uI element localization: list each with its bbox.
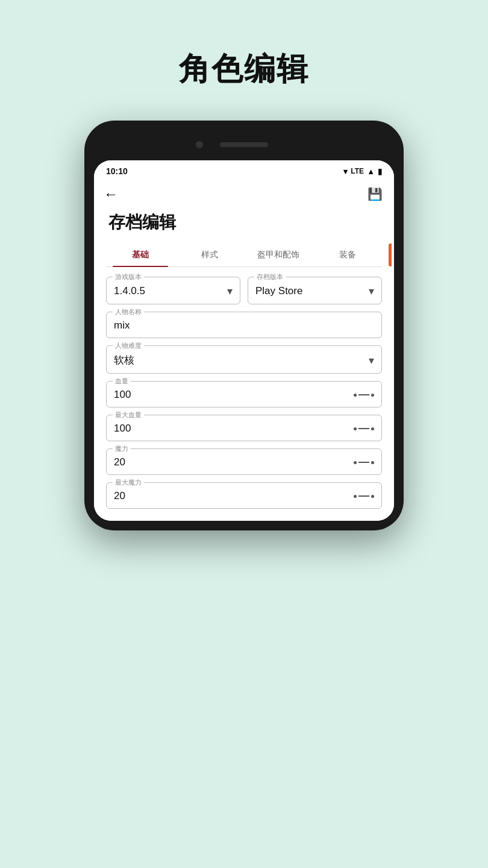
save-version-label: 存档版本 xyxy=(254,272,286,281)
max-hp-label: 最大血量 xyxy=(113,410,144,420)
mp-field[interactable]: 魔力 20 xyxy=(106,448,382,475)
back-button[interactable]: ← xyxy=(104,186,118,203)
difficulty-dropdown-icon: ▾ xyxy=(369,354,374,367)
status-bar: 10:10 ▾ LTE ▲ ▮ xyxy=(94,160,394,180)
difficulty-label: 人物难度 xyxy=(113,341,144,350)
mp-label: 魔力 xyxy=(113,444,131,453)
mp-stepper[interactable] xyxy=(354,461,374,464)
app-bar: ← 💾 xyxy=(94,180,394,211)
max-hp-field[interactable]: 最大血量 100 xyxy=(106,415,382,441)
max-hp-stepper[interactable] xyxy=(354,427,374,430)
character-name-field[interactable]: 人物名称 mix xyxy=(106,312,382,338)
save-version-dropdown-icon: ▾ xyxy=(369,285,374,298)
game-version-field[interactable]: 游戏版本 1.4.0.5 ▾ xyxy=(106,277,240,304)
phone-notch xyxy=(94,130,394,159)
hp-field[interactable]: 血量 100 xyxy=(106,381,382,407)
max-mp-stepper[interactable] xyxy=(354,495,374,498)
difficulty-value: 软核 ▾ xyxy=(114,353,374,367)
tabs-row: 基础 样式 盔甲和配饰 装备 xyxy=(106,244,382,267)
battery-icon: ▮ xyxy=(378,167,382,176)
camera-dot xyxy=(196,141,203,148)
wifi-icon: ▾ xyxy=(343,167,348,176)
orange-bar xyxy=(389,244,392,266)
section-title: 存档编辑 xyxy=(106,211,382,234)
game-version-value: 1.4.0.5 ▾ xyxy=(114,285,233,298)
mp-value: 20 xyxy=(114,456,374,468)
save-version-field[interactable]: 存档版本 Play Store ▾ xyxy=(248,277,382,304)
max-mp-label: 最大魔力 xyxy=(113,478,144,487)
fields-area: 游戏版本 1.4.0.5 ▾ 存档版本 Play Store ▾ xyxy=(106,277,382,509)
content-area: 存档编辑 基础 样式 盔甲和配饰 装备 游戏版本 xyxy=(94,211,394,521)
save-version-value: Play Store ▾ xyxy=(255,285,374,298)
character-name-value: mix xyxy=(114,319,374,332)
page-title: 角色编辑 xyxy=(179,48,309,90)
tab-basic[interactable]: 基础 xyxy=(106,244,175,266)
hp-label: 血量 xyxy=(113,377,131,386)
tab-style[interactable]: 样式 xyxy=(175,244,245,266)
game-version-dropdown-icon: ▾ xyxy=(227,285,233,298)
game-version-label: 游戏版本 xyxy=(113,272,144,281)
phone-frame: 10:10 ▾ LTE ▲ ▮ ← 💾 存档编辑 基础 样式 xyxy=(84,121,404,530)
signal-icon: ▲ xyxy=(367,167,375,176)
status-time: 10:10 xyxy=(106,166,128,176)
character-name-label: 人物名称 xyxy=(113,307,144,316)
tab-equipment[interactable]: 装备 xyxy=(313,244,383,266)
phone-wrapper: 10:10 ▾ LTE ▲ ▮ ← 💾 存档编辑 基础 样式 xyxy=(84,121,404,530)
max-mp-value: 20 xyxy=(114,490,374,502)
phone-screen: 10:10 ▾ LTE ▲ ▮ ← 💾 存档编辑 基础 样式 xyxy=(94,160,394,521)
max-mp-field[interactable]: 最大魔力 20 xyxy=(106,482,382,509)
version-row: 游戏版本 1.4.0.5 ▾ 存档版本 Play Store ▾ xyxy=(106,277,382,304)
save-button[interactable]: 💾 xyxy=(365,184,384,204)
hp-stepper[interactable] xyxy=(354,394,374,397)
max-hp-value: 100 xyxy=(114,423,374,435)
lte-label: LTE xyxy=(351,167,364,175)
tab-armor[interactable]: 盔甲和配饰 xyxy=(244,244,313,266)
status-icons: ▾ LTE ▲ ▮ xyxy=(343,167,382,176)
hp-value: 100 xyxy=(114,389,374,401)
difficulty-field[interactable]: 人物难度 软核 ▾ xyxy=(106,345,382,374)
speaker-grill xyxy=(220,142,268,147)
